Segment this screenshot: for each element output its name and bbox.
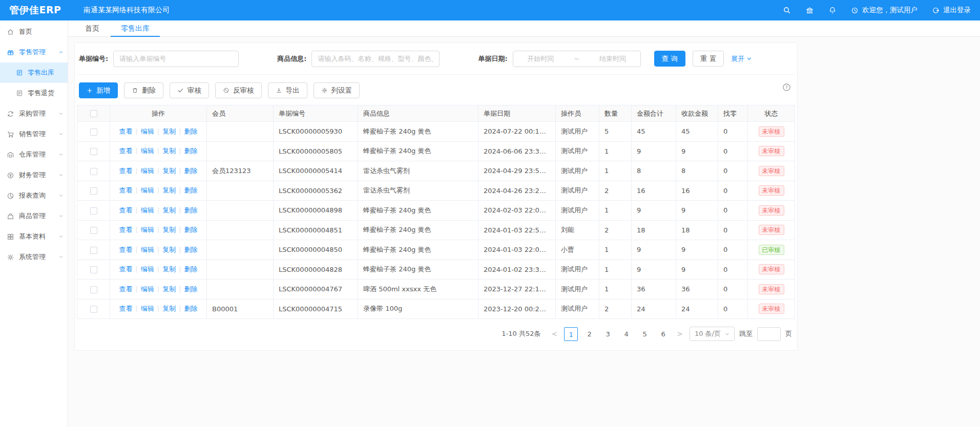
sidebar-item-purchase[interactable]: 采购管理	[0, 103, 68, 124]
bank-icon[interactable]	[805, 6, 814, 15]
view-link[interactable]: 查看	[119, 285, 132, 293]
delete-link[interactable]: 删除	[184, 305, 198, 312]
reset-button[interactable]: 重 置	[693, 51, 724, 67]
edit-link[interactable]: 编辑	[141, 206, 154, 214]
edit-link[interactable]: 编辑	[141, 305, 154, 312]
select-all-checkbox[interactable]	[90, 110, 97, 117]
jump-input[interactable]	[757, 327, 781, 341]
edit-link[interactable]: 编辑	[141, 265, 154, 273]
page-button-1[interactable]: 1	[564, 327, 578, 341]
page-button-2[interactable]: 2	[582, 327, 596, 341]
sidebar-item-basic-data[interactable]: 基本资料	[0, 226, 68, 247]
edit-link[interactable]: 编辑	[141, 246, 154, 253]
sidebar-item-finance[interactable]: 财务管理	[0, 165, 68, 185]
delete-link[interactable]: 删除	[184, 127, 198, 135]
view-link[interactable]: 查看	[119, 127, 132, 135]
export-button[interactable]: 导出	[268, 82, 307, 98]
tab-home[interactable]: 首页	[85, 20, 99, 36]
delete-link[interactable]: 删除	[184, 206, 198, 214]
sidebar-item-reports[interactable]: 报表查询	[0, 185, 68, 206]
sidebar-item-retail-return[interactable]: 零售退货	[0, 83, 68, 103]
add-button[interactable]: 新增	[79, 82, 118, 98]
amount-cell: 45	[632, 122, 676, 142]
view-link[interactable]: 查看	[119, 265, 132, 273]
date-start-placeholder[interactable]: 开始时间	[527, 54, 554, 63]
delete-link[interactable]: 删除	[184, 147, 198, 155]
page-button-5[interactable]: 5	[638, 327, 652, 341]
edit-link[interactable]: 编辑	[141, 285, 154, 293]
copy-link[interactable]: 复制	[162, 167, 176, 175]
date-separator: ~	[574, 55, 579, 62]
copy-link[interactable]: 复制	[162, 285, 176, 293]
row-checkbox[interactable]	[90, 286, 97, 293]
copy-link[interactable]: 复制	[162, 186, 176, 194]
copy-link[interactable]: 复制	[162, 127, 176, 135]
view-link[interactable]: 查看	[119, 246, 132, 253]
bill-no-input[interactable]	[113, 51, 239, 67]
audit-button[interactable]: 审核	[170, 82, 209, 98]
view-link[interactable]: 查看	[119, 305, 132, 312]
page-button-4[interactable]: 4	[619, 327, 633, 341]
tab-retail-outbound[interactable]: 零售出库	[121, 20, 150, 36]
date-cell: 2024-02-03 22:08:28	[478, 201, 556, 221]
copy-link[interactable]: 复制	[162, 206, 176, 214]
product-info-input[interactable]	[311, 51, 440, 67]
row-checkbox[interactable]	[90, 168, 97, 175]
page-button-6[interactable]: 6	[656, 327, 670, 341]
bell-icon[interactable]	[828, 6, 837, 14]
delete-button[interactable]: 删除	[124, 82, 163, 98]
sidebar-item-retail-outbound[interactable]: 零售出库	[0, 62, 68, 83]
help-icon[interactable]: ?	[782, 83, 791, 92]
date-range-picker[interactable]: 开始时间 ~ 结束时间	[513, 51, 641, 67]
row-checkbox[interactable]	[90, 266, 97, 273]
edit-link[interactable]: 编辑	[141, 226, 154, 233]
page-size-select[interactable]: 10 条/页	[690, 327, 735, 341]
row-checkbox[interactable]	[90, 227, 97, 234]
prev-page-button[interactable]: <	[549, 330, 559, 338]
date-end-placeholder[interactable]: 结束时间	[599, 54, 626, 63]
search-button[interactable]: 查 询	[654, 51, 685, 67]
delete-link[interactable]: 删除	[184, 246, 198, 253]
search-icon[interactable]	[783, 6, 791, 14]
row-checkbox[interactable]	[90, 306, 97, 313]
sidebar-item-system[interactable]: 系统管理	[0, 247, 68, 267]
delete-link[interactable]: 删除	[184, 186, 198, 194]
copy-link[interactable]: 复制	[162, 147, 176, 155]
view-link[interactable]: 查看	[119, 206, 132, 214]
expand-label: 展开	[731, 54, 744, 63]
view-link[interactable]: 查看	[119, 167, 132, 175]
row-checkbox[interactable]	[90, 207, 97, 215]
row-checkbox[interactable]	[90, 148, 97, 155]
delete-link[interactable]: 删除	[184, 285, 198, 293]
view-link[interactable]: 查看	[119, 147, 132, 155]
next-page-button[interactable]: >	[675, 330, 685, 338]
sidebar-item-home[interactable]: 首页	[0, 22, 68, 42]
sidebar-item-sales[interactable]: 销售管理	[0, 124, 68, 144]
sidebar-item-goods[interactable]: 商品管理	[0, 206, 68, 226]
row-checkbox[interactable]	[90, 247, 97, 254]
page-button-3[interactable]: 3	[601, 327, 615, 341]
copy-link[interactable]: 复制	[162, 305, 176, 312]
row-checkbox[interactable]	[90, 129, 97, 136]
row-checkbox[interactable]	[90, 187, 97, 195]
copy-link[interactable]: 复制	[162, 226, 176, 233]
unaudit-button[interactable]: 反审核	[215, 82, 262, 98]
logout-button[interactable]: 退出登录	[932, 6, 971, 15]
view-link[interactable]: 查看	[119, 226, 132, 233]
edit-link[interactable]: 编辑	[141, 127, 154, 135]
sidebar-item-retail-management[interactable]: 零售管理	[0, 42, 68, 62]
delete-link[interactable]: 删除	[184, 226, 198, 233]
delete-link[interactable]: 删除	[184, 265, 198, 273]
copy-link[interactable]: 复制	[162, 265, 176, 273]
edit-link[interactable]: 编辑	[141, 186, 154, 194]
copy-link[interactable]: 复制	[162, 246, 176, 253]
sidebar-item-warehouse[interactable]: 仓库管理	[0, 144, 68, 165]
column-settings-button[interactable]: 列设置	[314, 82, 360, 98]
edit-link[interactable]: 编辑	[141, 147, 154, 155]
edit-link[interactable]: 编辑	[141, 167, 154, 175]
welcome-user[interactable]: 欢迎您，测试用户	[851, 6, 918, 15]
expand-link[interactable]: 展开	[731, 54, 752, 63]
delete-link[interactable]: 删除	[184, 167, 198, 175]
view-link[interactable]: 查看	[119, 186, 132, 194]
retail-outbound-panel: 单据编号: 商品信息: 单据日期: 开始时间 ~ 结束时间 查 询 重	[74, 42, 798, 351]
